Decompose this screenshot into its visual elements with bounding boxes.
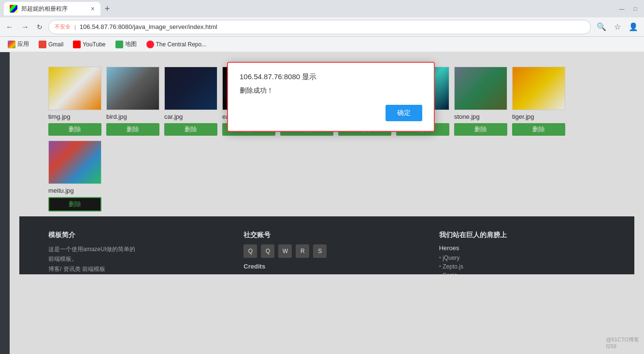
bookmark-maps[interactable]: 地图 [112, 39, 141, 49]
profile-icon[interactable]: 👤 [627, 20, 640, 33]
bookmark-youtube-label: YouTube [83, 41, 105, 48]
dialog-message: 删除成功！ [240, 86, 422, 95]
bookmark-apps[interactable]: 应用 [4, 39, 33, 49]
maps-icon [115, 41, 123, 48]
address-bar[interactable]: 不安全 | 106.54.87.76:8080/java_image_serve… [48, 20, 591, 34]
tab-favicon [10, 5, 17, 13]
security-indicator: 不安全 [55, 23, 71, 30]
new-tab-button[interactable]: + [100, 2, 114, 15]
browser-tab[interactable]: 郑超妮的相册程序 × [4, 2, 100, 15]
forward-button[interactable]: → [19, 21, 31, 33]
opera-icon [146, 41, 154, 48]
bookmarks-bar: 应用 Gmail YouTube 地图 The Central Repo... [0, 37, 644, 52]
apps-icon [8, 41, 15, 48]
bookmark-gmail[interactable]: Gmail [35, 40, 67, 49]
title-bar: 郑超妮的相册程序 × + — □ [0, 0, 644, 17]
dialog-title: 106.54.87.76:8080 显示 [240, 72, 422, 82]
bookmark-opera-label: The Central Repo... [156, 41, 207, 48]
tab-close-button[interactable]: × [91, 5, 95, 13]
dialog-ok-button[interactable]: 确定 [386, 105, 422, 121]
bookmark-maps-label: 地图 [125, 40, 137, 48]
bookmark-gmail-label: Gmail [48, 41, 63, 48]
maximize-button[interactable]: □ [630, 6, 640, 12]
address-text: 106.54.87.76:8080/java_image_server/inde… [80, 23, 585, 30]
browser-chrome: 郑超妮的相册程序 × + — □ ← → ↻ 不安全 | 106.54.87.7… [0, 0, 644, 52]
youtube-icon [73, 41, 81, 48]
bookmark-apps-label: 应用 [17, 40, 29, 48]
window-controls: — □ [617, 6, 640, 12]
watermark: @51CTO博客f259 [606, 336, 639, 349]
bookmark-icon[interactable]: ☆ [612, 20, 623, 33]
alert-dialog: 106.54.87.76:8080 显示 删除成功！ 确定 [227, 62, 435, 132]
dialog-footer: 确定 [240, 105, 422, 121]
separator: | [74, 24, 76, 30]
refresh-button[interactable]: ↻ [35, 21, 44, 33]
bookmark-youtube[interactable]: YouTube [69, 40, 109, 49]
tab-title: 郑超妮的相册程序 [21, 5, 87, 13]
search-icon[interactable]: 🔍 [595, 20, 608, 33]
browser-content: timg.jpg 删除 bird.jpg 删除 car.jpg 删除 earth… [0, 52, 644, 354]
minimize-button[interactable]: — [617, 6, 627, 12]
back-button[interactable]: ← [4, 21, 15, 33]
dialog-overlay: 106.54.87.76:8080 显示 删除成功！ 确定 [0, 52, 644, 354]
gmail-icon [39, 41, 46, 48]
nav-icons: 🔍 ☆ 👤 [595, 20, 640, 33]
bookmark-opera[interactable]: The Central Repo... [143, 40, 211, 49]
nav-bar: ← → ↻ 不安全 | 106.54.87.76:8080/java_image… [0, 17, 644, 37]
